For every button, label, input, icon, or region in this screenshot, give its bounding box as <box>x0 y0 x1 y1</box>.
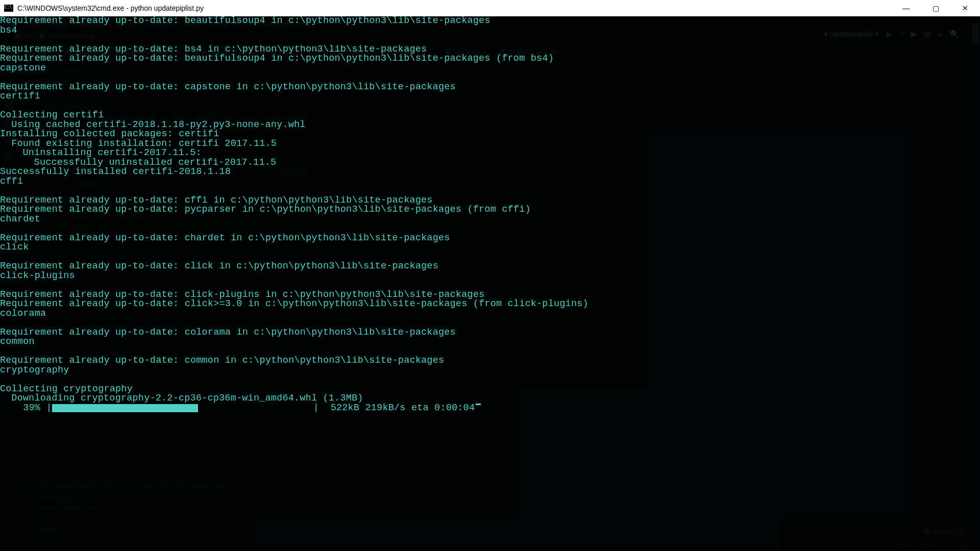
cmd-line: Requirement already up-to-date: beautifu… <box>0 54 980 64</box>
cmd-line: Downloading cryptography-2.2-cp36-cp36m-… <box>0 394 980 404</box>
cmd-line <box>0 224 980 234</box>
cmd-line: Successfully installed certifi-2018.1.18 <box>0 167 980 177</box>
cmd-line: colorama <box>0 309 980 319</box>
cmd-line: Requirement already up-to-date: click in… <box>0 262 980 271</box>
cmd-line <box>0 102 980 111</box>
cmd-line: chardet <box>0 215 980 224</box>
cmd-window: C:\WINDOWS\system32\cmd.exe - python upd… <box>0 0 980 551</box>
cmd-line <box>0 186 980 196</box>
cmd-line: Collecting certifi <box>0 111 980 120</box>
cmd-line: Requirement already up-to-date: colorama… <box>0 328 980 338</box>
cmd-output[interactable]: Requirement already up-to-date: beautifu… <box>0 16 980 551</box>
cmd-titlebar[interactable]: C:\WINDOWS\system32\cmd.exe - python upd… <box>0 0 980 16</box>
cmd-line: cffi <box>0 177 980 187</box>
cmd-line <box>0 73 980 83</box>
cmd-line: bs4 <box>0 26 980 36</box>
cmd-line: Requirement already up-to-date: pycparse… <box>0 205 980 215</box>
cmd-progress-line: 39% | | 522kB 219kB/s eta 0:00:04 <box>0 404 980 413</box>
cmd-line: Requirement already up-to-date: beautifu… <box>0 16 980 26</box>
cmd-line <box>0 281 980 290</box>
progress-percent: 39% | <box>0 404 52 413</box>
cmd-line: Requirement already up-to-date: chardet … <box>0 234 980 243</box>
cmd-line: capstone <box>0 64 980 73</box>
cmd-line: certifi <box>0 92 980 102</box>
close-button[interactable]: ✕ <box>950 0 980 16</box>
minimize-button[interactable]: — <box>891 0 921 16</box>
text-cursor <box>476 404 481 405</box>
cmd-line: cryptography <box>0 366 980 375</box>
cmd-line <box>0 318 980 328</box>
cmd-line: Requirement already up-to-date: click>=3… <box>0 299 980 309</box>
cmd-line: Requirement already up-to-date: common i… <box>0 356 980 366</box>
cmd-line <box>0 375 980 385</box>
cmd-title: C:\WINDOWS\system32\cmd.exe - python upd… <box>17 4 204 12</box>
progress-info: 522kB 219kB/s eta 0:00:04 <box>325 404 475 413</box>
progress-bar <box>52 404 198 412</box>
cmd-line: common <box>0 337 980 347</box>
maximize-button[interactable]: ▢ <box>921 0 950 16</box>
cmd-line: Installing collected packages: certifi <box>0 130 980 139</box>
cmd-line <box>0 35 980 45</box>
cmd-line: click <box>0 243 980 253</box>
cmd-line: click-plugins <box>0 271 980 281</box>
cmd-icon <box>4 5 13 12</box>
cmd-line: Uninstalling certifi-2017.11.5: <box>0 148 980 158</box>
cmd-line: Requirement already up-to-date: capstone… <box>0 83 980 92</box>
